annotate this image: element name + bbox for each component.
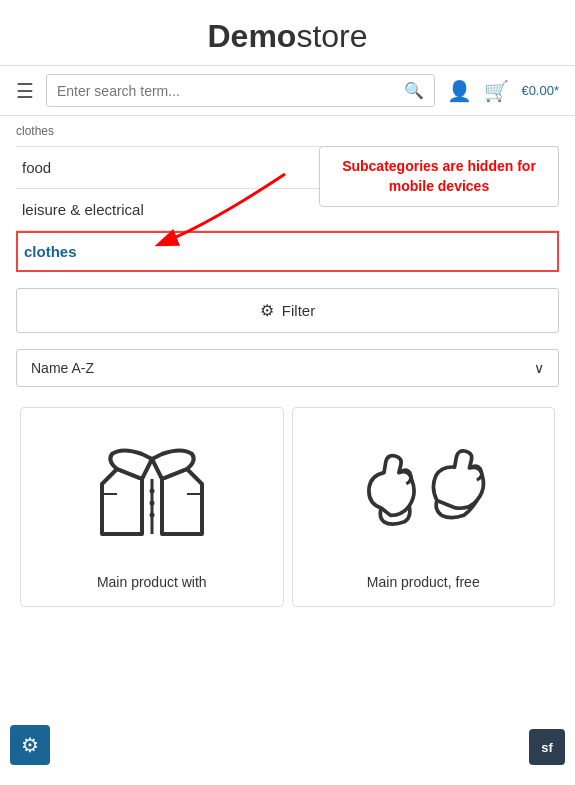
- product-grid: Main product with Main product, free: [0, 403, 575, 611]
- nav-icons: 👤 🛒 €0.00*: [447, 79, 559, 103]
- hamburger-menu[interactable]: ☰: [16, 79, 34, 103]
- cart-price[interactable]: €0.00*: [521, 83, 559, 98]
- product-card-jacket[interactable]: Main product with: [20, 407, 284, 607]
- filter-label: Filter: [282, 302, 315, 319]
- product-image-jacket: [82, 424, 222, 564]
- account-icon[interactable]: 👤: [447, 79, 472, 103]
- search-container: 🔍: [46, 74, 435, 107]
- sort-selected: Name A-Z: [31, 360, 94, 376]
- tooltip-text: Subcategories are hidden for mobile devi…: [342, 158, 536, 194]
- category-label: food: [22, 159, 51, 176]
- mittens-icon: [358, 429, 488, 559]
- category-item-clothes[interactable]: clothes: [16, 231, 559, 272]
- breadcrumb-text: clothes: [16, 124, 54, 138]
- sf-label: sf: [541, 740, 553, 755]
- gear-button[interactable]: ⚙: [10, 725, 50, 765]
- logo-bold: Demo: [207, 18, 296, 54]
- svg-point-4: [149, 513, 154, 518]
- tooltip-box: Subcategories are hidden for mobile devi…: [319, 146, 559, 207]
- cart-icon[interactable]: 🛒: [484, 79, 509, 103]
- nav-bar: ☰ 🔍 👤 🛒 €0.00*: [0, 66, 575, 116]
- logo-regular: store: [296, 18, 367, 54]
- chevron-down-icon: ∨: [534, 360, 544, 376]
- sort-dropdown[interactable]: Name A-Z ∨: [16, 349, 559, 387]
- svg-point-3: [149, 501, 154, 506]
- product-image-mittens: [353, 424, 493, 564]
- site-logo[interactable]: Demostore: [0, 18, 575, 55]
- jacket-icon: [87, 429, 217, 559]
- filter-icon: ⚙: [260, 301, 274, 320]
- category-section: Subcategories are hidden for mobile devi…: [0, 146, 575, 272]
- product-name-jacket: Main product with: [97, 574, 207, 590]
- filter-button[interactable]: ⚙ Filter: [16, 288, 559, 333]
- search-icon[interactable]: 🔍: [404, 81, 424, 100]
- category-label: clothes: [24, 243, 77, 260]
- gear-icon: ⚙: [21, 733, 39, 757]
- product-name-mittens: Main product, free: [367, 574, 480, 590]
- search-input[interactable]: [57, 83, 404, 99]
- site-header: Demostore: [0, 0, 575, 66]
- svg-point-2: [149, 489, 154, 494]
- product-card-mittens[interactable]: Main product, free: [292, 407, 556, 607]
- category-label: leisure & electrical: [22, 201, 144, 218]
- breadcrumb: clothes: [0, 116, 575, 146]
- sf-button[interactable]: sf: [529, 729, 565, 765]
